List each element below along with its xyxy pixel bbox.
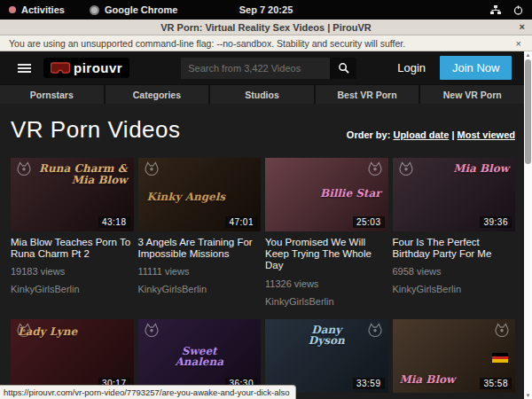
- thumbnail-overlay-text: Lady Lyne: [18, 326, 77, 338]
- video-card[interactable]: Mia Blow39:36Four Is The Perfect Birthda…: [393, 158, 516, 307]
- thumbnail-overlay-text: Runa Charm & Mia Blow: [29, 163, 128, 185]
- video-card[interactable]: Mia Blow35:58Milf Teaches The Teacher So…: [393, 319, 516, 399]
- window-title-bar: VR Porn: Virtual Reality Sex Videos | Pi…: [0, 20, 532, 35]
- page-viewport: pirouvr Login Join Now PornstarsCategori…: [0, 51, 524, 399]
- video-title[interactable]: 3 Angels Are Training For Impossible Mis…: [138, 237, 262, 260]
- infobar-message: You are using an unsupported command-lin…: [9, 38, 405, 49]
- video-card[interactable]: Kinky Angels47:013 Angels Are Training F…: [138, 158, 262, 307]
- order-by-label: Order by:: [347, 129, 391, 140]
- search-bar: [181, 58, 356, 79]
- network-icon[interactable]: [490, 5, 501, 15]
- video-views: 19183 views: [11, 266, 134, 277]
- studio-watermark-icon: [367, 161, 383, 179]
- video-views: 11326 views: [265, 278, 388, 289]
- video-title[interactable]: Four Is The Perfect Birthday Party For M…: [393, 237, 516, 260]
- chrome-infobar: You are using an unsupported command-lin…: [0, 35, 532, 51]
- nav-item-studios[interactable]: Studios: [210, 85, 314, 104]
- order-upload-date-link[interactable]: Upload date: [393, 129, 449, 140]
- duration-badge: 39:36: [480, 216, 512, 228]
- duration-badge: 35:58: [480, 378, 512, 389]
- scrollbar-thumb[interactable]: [525, 59, 531, 164]
- video-card[interactable]: Billie Star25:03You Promised We Will Kee…: [265, 158, 388, 307]
- site-logo[interactable]: pirouvr: [43, 58, 129, 78]
- order-most-viewed-link[interactable]: Most viewed: [458, 129, 515, 140]
- main-nav: PornstarsCategoriesStudiosBest VR PornNe…: [0, 84, 524, 104]
- power-icon[interactable]: [513, 5, 523, 15]
- search-button[interactable]: [330, 58, 356, 79]
- studio-watermark-icon: [494, 323, 510, 340]
- page-scrollbar[interactable]: ▲ ▼: [524, 51, 532, 399]
- infobar-close-button[interactable]: ×: [516, 38, 521, 49]
- desktop-top-bar: Activities Google Chrome Sep 7 20:25: [0, 0, 532, 20]
- video-thumbnail[interactable]: Sweet Analena36:30: [138, 319, 262, 393]
- thumbnail-overlay-text: Dany Dyson: [296, 325, 357, 347]
- video-thumbnail[interactable]: Mia Blow35:58: [393, 319, 516, 393]
- video-title[interactable]: You Promised We Will Keep Trying The Who…: [265, 237, 388, 272]
- video-studio-link[interactable]: KinkyGirlsBerlin: [138, 284, 262, 294]
- nav-item-categories[interactable]: Categories: [106, 85, 209, 104]
- page-title: VR Porn Videos: [11, 116, 181, 144]
- nav-item-new-vr-porn[interactable]: New VR Porn: [420, 85, 524, 104]
- vr-goggles-icon: [51, 62, 70, 74]
- video-views: 6958 views: [393, 266, 516, 277]
- window-title: VR Porn: Virtual Reality Sex Videos | Pi…: [160, 22, 371, 33]
- menu-icon[interactable]: [18, 62, 31, 74]
- nav-item-best-vr-porn[interactable]: Best VR Porn: [316, 85, 419, 104]
- thumbnail-overlay-text: Mia Blow: [400, 374, 456, 386]
- german-flag-icon: [492, 353, 508, 363]
- content: VR Porn Videos Order by: Upload date | M…: [0, 104, 524, 399]
- video-views: 11111 views: [138, 266, 262, 277]
- order-by: Order by: Upload date | Most viewed: [347, 129, 515, 144]
- video-thumbnail[interactable]: Mia Blow39:36: [393, 158, 516, 231]
- video-studio-link[interactable]: KinkyGirlsBerlin: [11, 284, 134, 294]
- scroll-down-icon[interactable]: ▼: [524, 393, 532, 398]
- join-now-button[interactable]: Join Now: [440, 56, 512, 80]
- window-close-button[interactable]: ×: [520, 21, 525, 32]
- screen: Activities Google Chrome Sep 7 20:25 VR …: [0, 0, 532, 399]
- duration-badge: 33:59: [353, 378, 385, 389]
- search-icon: [338, 62, 349, 74]
- thumbnail-overlay-text: Billie Star: [320, 188, 381, 200]
- studio-watermark-icon: [367, 323, 383, 340]
- studio-watermark-icon: [398, 161, 414, 179]
- thumbnail-overlay-text: Kinky Angels: [147, 192, 226, 203]
- video-thumbnail[interactable]: Lady Lyne30:17: [11, 319, 134, 393]
- studio-watermark-icon: [144, 161, 160, 179]
- scroll-up-icon[interactable]: ▲: [524, 52, 532, 58]
- login-button[interactable]: Login: [397, 61, 426, 74]
- video-studio-link[interactable]: KinkyGirlsBerlin: [265, 296, 388, 307]
- status-url-bubble: https://pirouvr.com/vr-porn-video/779325…: [0, 385, 296, 399]
- site-header: pirouvr Login Join Now: [0, 51, 524, 84]
- video-grid: Runa Charm & Mia Blow43:18Mia Blow Teach…: [11, 158, 515, 399]
- clock[interactable]: Sep 7 20:25: [0, 4, 532, 15]
- video-thumbnail[interactable]: Kinky Angels47:01: [138, 158, 262, 231]
- video-studio-link[interactable]: KinkyGirlsBerlin: [393, 284, 516, 294]
- video-card[interactable]: Runa Charm & Mia Blow43:18Mia Blow Teach…: [11, 158, 134, 307]
- duration-badge: 25:03: [353, 216, 385, 228]
- video-thumbnail[interactable]: Billie Star25:03: [265, 158, 388, 231]
- studio-watermark-icon: [144, 323, 160, 340]
- video-title[interactable]: Mia Blow Teaches Porn To Runa Charm Pt 2: [11, 237, 134, 260]
- duration-badge: 43:18: [98, 216, 130, 228]
- nav-item-pornstars[interactable]: Pornstars: [0, 85, 104, 104]
- video-thumbnail[interactable]: Dany Dyson33:59: [265, 319, 388, 393]
- duration-badge: 47:01: [225, 216, 257, 228]
- logo-text: pirouvr: [74, 60, 122, 75]
- thumbnail-overlay-text: Mia Blow: [453, 163, 509, 175]
- thumbnail-overlay-text: Sweet Analena: [168, 346, 230, 368]
- search-input[interactable]: [181, 58, 330, 79]
- video-thumbnail[interactable]: Runa Charm & Mia Blow43:18: [11, 158, 134, 231]
